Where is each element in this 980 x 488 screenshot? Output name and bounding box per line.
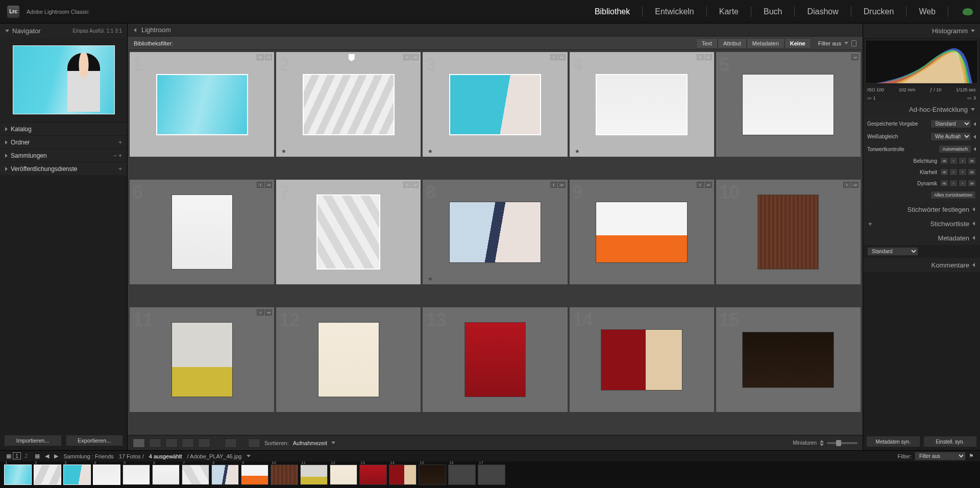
module-entwickeln[interactable]: Entwickeln xyxy=(652,5,697,18)
step-big-down[interactable]: ≪ xyxy=(940,180,948,187)
panel-add-icon[interactable]: + xyxy=(118,139,122,146)
people-view-button[interactable] xyxy=(198,438,210,448)
cell-badge[interactable]: ⤻ xyxy=(265,54,272,60)
grid-cell-5[interactable]: 5⤻ xyxy=(716,52,861,157)
back-icon[interactable] xyxy=(134,28,136,32)
grid-view-button[interactable] xyxy=(133,438,145,448)
cell-badge[interactable]: ! xyxy=(403,182,410,188)
wb-select[interactable]: Wie Aufnahme xyxy=(930,132,971,141)
step-up[interactable]: › xyxy=(959,157,967,164)
cell-badge[interactable]: ! xyxy=(697,182,704,188)
filter-preset[interactable]: Filter aus xyxy=(818,40,841,46)
grid-cell-8[interactable]: 8!⤻★ xyxy=(423,180,567,284)
filmstrip-thumb-11[interactable]: 11 xyxy=(300,465,328,485)
cell-badge[interactable]: ⤻ xyxy=(265,182,272,188)
filmstrip-thumb-3[interactable]: 3 xyxy=(63,465,91,485)
cell-badge[interactable]: ⤻ xyxy=(558,182,566,188)
filter-tab-keine[interactable]: Keine xyxy=(785,38,811,48)
cell-badge[interactable]: ⤻ xyxy=(411,182,419,188)
dropdown-icon[interactable] xyxy=(331,442,335,444)
step-up[interactable]: › xyxy=(959,168,967,176)
grid-cell-2[interactable]: 2!⤻★ xyxy=(276,52,421,157)
panel-ordner[interactable]: Ordner+ xyxy=(0,135,127,149)
filmstrip-thumb-7[interactable]: 7 xyxy=(182,465,209,485)
filter-tab-text[interactable]: Text xyxy=(696,38,718,48)
dropdown-icon[interactable] xyxy=(247,455,251,457)
step-down[interactable]: ‹ xyxy=(949,157,958,164)
module-diashow[interactable]: Diashow xyxy=(804,5,841,18)
grid-cell-13[interactable]: 13 xyxy=(423,307,567,412)
rating-star-icon[interactable]: ★ xyxy=(281,148,286,155)
rpanel-stichwörter-festlegen[interactable]: Stichwörter festlegen xyxy=(863,202,980,216)
filmstrip-thumb-6[interactable]: 6 xyxy=(152,465,180,485)
cell-badge[interactable]: ⤻ xyxy=(265,309,272,315)
loupe-view-button[interactable] xyxy=(149,438,161,448)
step-big-down[interactable]: ≪ xyxy=(940,157,948,164)
painter-tool[interactable] xyxy=(225,438,237,448)
cell-badge[interactable]: ! xyxy=(257,182,264,188)
filmstrip-thumb-2[interactable]: 2 xyxy=(34,465,61,485)
filmstrip[interactable]: 1234567891011121314151617 xyxy=(0,461,980,488)
export-button[interactable]: Exportieren... xyxy=(66,435,124,446)
view-mode-toggle[interactable]: ▦ 1 2 xyxy=(6,453,30,459)
sync-settings-button[interactable]: Einstell. syn. xyxy=(923,436,977,447)
cell-badge[interactable]: ! xyxy=(550,54,557,60)
cell-badge[interactable]: ⤻ xyxy=(705,54,712,60)
step-up[interactable]: › xyxy=(959,180,967,187)
filmstrip-thumb-8[interactable]: 8 xyxy=(211,465,239,485)
grid-indicator-icon[interactable]: ▦ xyxy=(35,453,40,459)
module-buch[interactable]: Buch xyxy=(761,5,785,18)
cell-badge[interactable]: ! xyxy=(550,182,557,188)
grid-cell-3[interactable]: 3!⤻★ xyxy=(423,52,567,157)
lock-icon[interactable] xyxy=(851,40,856,46)
step-big-up[interactable]: ≫ xyxy=(968,157,976,164)
panel-sammlungen[interactable]: Sammlungen− + xyxy=(0,149,127,162)
filmstrip-thumb-4[interactable]: 4 xyxy=(93,465,120,485)
navigator-preview[interactable] xyxy=(0,38,127,122)
prev-photo-button[interactable]: ◀ xyxy=(45,453,49,459)
grid-cell-14[interactable]: 14 xyxy=(570,307,714,412)
cell-badge[interactable]: ⤺ xyxy=(257,54,264,60)
arrow-up-icon[interactable] xyxy=(820,440,824,443)
navigator-zoom-options[interactable]: Einpas Ausfül. 1:1 3:1 xyxy=(72,28,122,34)
arrow-down-icon[interactable] xyxy=(820,444,824,446)
collapse-icon[interactable] xyxy=(973,122,976,126)
thumbnail-size-slider[interactable] xyxy=(827,442,857,444)
filter-status-select[interactable]: Filter aus xyxy=(915,452,966,460)
filmstrip-thumb-14[interactable]: 14 xyxy=(389,465,416,485)
grid-cell-12[interactable]: 12 xyxy=(276,307,421,412)
cell-badge[interactable]: ! xyxy=(403,54,410,60)
panel-add-icon[interactable]: + xyxy=(118,165,122,173)
grid-cell-6[interactable]: 6!⤻ xyxy=(130,180,274,284)
cell-badge[interactable]: ⤻ xyxy=(705,182,712,188)
filter-tab-metadaten[interactable]: Metadaten xyxy=(747,38,785,48)
sort-direction-button[interactable] xyxy=(248,438,260,448)
grid-cell-15[interactable]: 15 xyxy=(716,307,861,412)
step-big-up[interactable]: ≫ xyxy=(968,180,976,187)
collapse-icon[interactable] xyxy=(973,135,976,139)
cell-badge[interactable]: ⤻ xyxy=(558,54,566,60)
histogram-header[interactable]: Histogramm xyxy=(863,23,980,38)
grid-cell-10[interactable]: 10!⤻ xyxy=(716,180,861,284)
rating-star-icon[interactable]: ★ xyxy=(428,276,433,282)
auto-tone-button[interactable]: Automatisch xyxy=(939,145,971,153)
next-photo-button[interactable]: ▶ xyxy=(54,453,58,459)
cell-badge[interactable]: ⤻ xyxy=(851,54,859,60)
panel-add-icon[interactable]: − + xyxy=(113,152,122,159)
step-big-up[interactable]: ≫ xyxy=(968,168,976,176)
quickdev-header[interactable]: Ad-hoc-Entwicklung xyxy=(863,102,980,116)
panel-veröffentlichungsdienste[interactable]: Veröffentlichungsdienste+ xyxy=(0,162,127,175)
step-down[interactable]: ‹ xyxy=(949,180,958,187)
histogram[interactable] xyxy=(865,40,978,84)
filmstrip-thumb-16[interactable]: 16 xyxy=(448,465,476,485)
cell-badge[interactable]: ! xyxy=(697,54,704,60)
grid-cell-11[interactable]: 11▫⤻ xyxy=(130,307,274,412)
thumbnail-grid[interactable]: 1⤺⤻2!⤻★3!⤻★4!⤻★5⤻6!⤻7!⤻8!⤻★9!⤻10!⤻11▫⤻12… xyxy=(128,50,863,435)
rpanel-kommentare[interactable]: Kommentare xyxy=(863,258,980,272)
rpanel-stichwortliste[interactable]: +Stichwortliste xyxy=(863,216,980,231)
panel-katalog[interactable]: Katalog xyxy=(0,122,127,135)
filter-tab-attribut[interactable]: Attribut xyxy=(718,38,747,48)
compare-view-button[interactable] xyxy=(165,438,178,448)
rpanel-metadaten[interactable]: Metadaten xyxy=(863,231,980,245)
filmstrip-thumb-17[interactable]: 17 xyxy=(478,465,505,485)
